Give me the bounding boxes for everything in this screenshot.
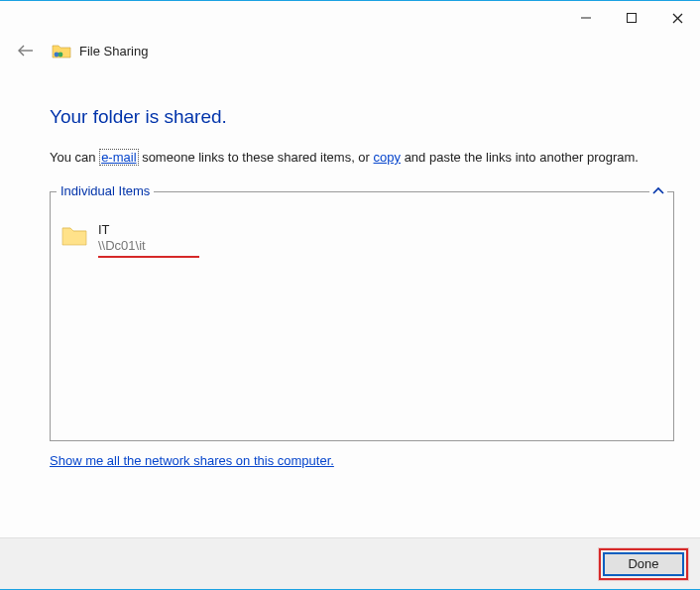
chevron-up-icon [652, 186, 664, 196]
maximize-button[interactable] [609, 5, 654, 31]
para-prefix: You can [50, 150, 99, 165]
title-with-icon: File Sharing [52, 42, 148, 59]
back-button[interactable] [14, 39, 38, 62]
done-button[interactable]: Done [603, 552, 684, 576]
annotation-underline [98, 256, 199, 258]
file-sharing-icon [52, 42, 71, 59]
para-suffix: and paste the links into another program… [401, 150, 639, 165]
back-arrow-icon [17, 44, 35, 58]
description-paragraph: You can e-mail someone links to these sh… [50, 148, 644, 168]
close-button[interactable] [654, 5, 700, 31]
minimize-button[interactable] [563, 5, 609, 31]
svg-point-6 [58, 53, 63, 58]
page-heading: Your folder is shared. [50, 106, 674, 128]
close-icon [672, 13, 683, 24]
para-mid: someone links to these shared items, or [139, 150, 374, 165]
annotation-highlight-done: Done [599, 548, 688, 580]
button-bar: Done [0, 537, 700, 589]
email-link[interactable]: e-mail [99, 149, 138, 166]
folder-icon [60, 222, 88, 248]
header-row: File Sharing [0, 31, 700, 70]
copy-link[interactable]: copy [374, 150, 401, 165]
minimize-icon [581, 13, 591, 23]
svg-rect-1 [628, 14, 637, 23]
shared-item-row[interactable]: IT \\Dc01\it [60, 222, 663, 256]
content-area: Your folder is shared. You can e-mail so… [0, 70, 700, 468]
item-name: IT [98, 222, 146, 239]
titlebar [0, 1, 700, 31]
individual-items-group: Individual Items IT \\Dc01\it [50, 191, 674, 441]
item-text: IT \\Dc01\it [98, 222, 146, 256]
item-path: \\Dc01\it [98, 238, 146, 255]
group-legend: Individual Items [57, 183, 154, 198]
collapse-button[interactable] [649, 182, 667, 200]
maximize-icon [627, 13, 637, 23]
window-title: File Sharing [79, 44, 148, 59]
show-all-shares-link[interactable]: Show me all the network shares on this c… [50, 453, 334, 468]
